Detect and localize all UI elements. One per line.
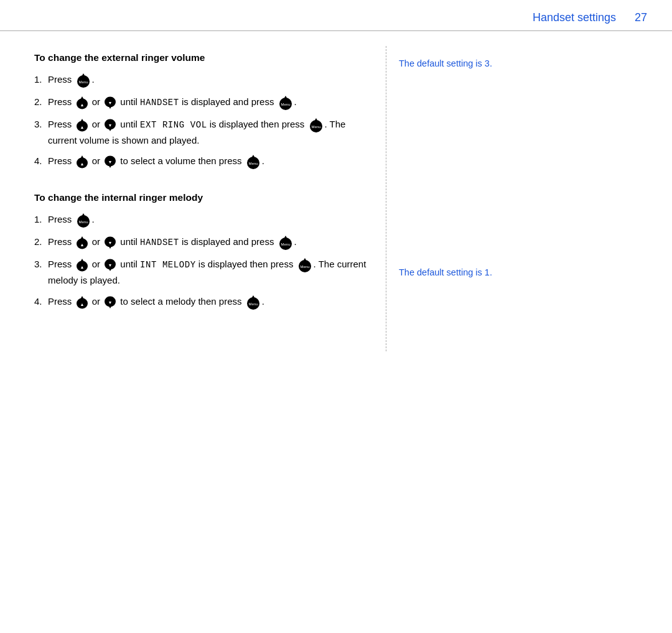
svg-marker-22: [80, 155, 85, 160]
default-note-1: The default setting is 3.: [399, 58, 653, 68]
svg-text:▼: ▼: [108, 123, 113, 127]
up-arrow-icon: ▲: [75, 258, 89, 272]
main-column: To change the external ringer volume 1. …: [0, 46, 386, 351]
svg-text:Menu: Menu: [78, 220, 88, 224]
step-num: 3.: [34, 257, 48, 272]
svg-text:▲: ▲: [80, 243, 84, 247]
page-header: Handset settings 27: [0, 0, 672, 31]
step-num: 1.: [34, 72, 48, 87]
svg-marker-52: [80, 296, 85, 300]
svg-text:▲: ▲: [80, 162, 84, 166]
step-2-4: 4. Press ▲ or: [34, 294, 367, 310]
down-arrow-icon: ▼: [103, 236, 117, 249]
svg-marker-58: [251, 295, 255, 298]
page-content: To change the external ringer volume 1. …: [0, 31, 672, 351]
menu-button-icon: Menu: [278, 95, 294, 111]
step-num: 2.: [34, 95, 48, 109]
step-content: Press ▲ or: [48, 154, 367, 170]
down-arrow-icon: ▼: [103, 155, 117, 169]
down-arrow-icon: ▼: [103, 258, 117, 272]
section-external-ringer-volume: To change the external ringer volume 1. …: [34, 52, 367, 170]
svg-marker-40: [284, 236, 287, 239]
svg-text:▼: ▼: [108, 101, 113, 105]
down-arrow-icon: ▼: [103, 295, 117, 309]
step-content: Press ▲ or: [48, 234, 367, 251]
svg-marker-10: [284, 96, 287, 99]
svg-text:▼: ▼: [108, 300, 113, 305]
svg-text:▼: ▼: [108, 160, 113, 164]
svg-text:▼: ▼: [108, 263, 113, 267]
section2-title: To change the internal ringer melody: [34, 192, 367, 203]
step-content: Press ▲ or: [48, 294, 367, 310]
step-content: Press ▲ or: [48, 95, 367, 111]
section-internal-ringer-melody: To change the internal ringer melody 1. …: [34, 192, 367, 310]
step-num: 2.: [34, 234, 48, 249]
svg-text:Menu: Menu: [281, 243, 290, 246]
menu-button-icon: Menu: [75, 72, 91, 88]
svg-text:Menu: Menu: [311, 125, 320, 129]
section1-title: To change the external ringer volume: [34, 52, 367, 63]
svg-text:Menu: Menu: [248, 302, 258, 306]
svg-marker-31: [82, 213, 85, 216]
step-num: 3.: [34, 117, 48, 132]
step-1-3: 3. Press ▲ or: [34, 117, 367, 147]
display-text-int-melody: INT MELODY: [140, 260, 196, 270]
step-1-4: 4. Press ▲ or: [34, 154, 367, 170]
side-section2: The default setting is 1.: [399, 267, 653, 277]
step-2-2: 2. Press ▲ or: [34, 234, 367, 251]
step-num: 4.: [34, 154, 48, 169]
section1-steps: 1. Press Menu .: [34, 72, 367, 170]
side-section1: The default setting is 3.: [399, 58, 653, 68]
svg-text:Menu: Menu: [281, 103, 290, 106]
svg-text:Menu: Menu: [248, 162, 258, 165]
step-num: 4.: [34, 294, 48, 309]
menu-button-icon: Menu: [245, 294, 261, 310]
up-arrow-icon: ▲: [75, 236, 89, 249]
step-content: Press ▲ or: [48, 117, 367, 147]
page: Handset settings 27 To change the extern…: [0, 0, 672, 633]
svg-text:▲: ▲: [80, 302, 84, 307]
svg-marker-49: [303, 258, 307, 261]
up-arrow-icon: ▲: [75, 155, 89, 169]
menu-button-icon: Menu: [278, 234, 294, 251]
svg-marker-19: [314, 118, 318, 121]
menu-button-icon: Menu: [245, 154, 261, 170]
up-arrow-icon: ▲: [75, 295, 89, 309]
down-arrow-icon: ▼: [103, 118, 117, 132]
svg-text:▲: ▲: [80, 265, 84, 269]
down-arrow-icon: ▼: [103, 96, 117, 109]
up-arrow-icon: ▲: [75, 118, 89, 132]
step-num: 1.: [34, 212, 48, 227]
svg-text:Menu: Menu: [300, 265, 309, 269]
step-1-1: 1. Press Menu .: [34, 72, 367, 88]
svg-marker-34: [80, 236, 85, 241]
display-text-handset: HANDSET: [140, 98, 179, 108]
svg-marker-28: [251, 155, 255, 158]
svg-marker-43: [80, 259, 85, 263]
step-1-2: 2. Press ▲ or: [34, 95, 367, 111]
header-title: Handset settings: [533, 11, 616, 24]
display-text-ext-ring-vol: EXT RING VOL: [140, 120, 207, 130]
svg-text:Menu: Menu: [78, 80, 88, 84]
svg-marker-4: [80, 96, 85, 101]
svg-text:▲: ▲: [80, 103, 84, 107]
step-content: Press Menu .: [48, 72, 367, 88]
svg-text:▲: ▲: [80, 125, 84, 129]
display-text-handset2: HANDSET: [140, 238, 179, 247]
svg-text:▼: ▼: [108, 241, 113, 245]
page-number: 27: [635, 11, 647, 24]
step-2-3: 3. Press ▲ or: [34, 257, 367, 287]
menu-button-icon: Menu: [308, 117, 324, 133]
up-arrow-icon: ▲: [75, 96, 89, 109]
svg-marker-13: [80, 119, 85, 123]
menu-button-icon: Menu: [75, 212, 91, 228]
default-note-2: The default setting is 1.: [399, 267, 653, 277]
section2-steps: 1. Press Menu .: [34, 212, 367, 310]
svg-marker-1: [82, 73, 85, 76]
menu-button-icon: Menu: [297, 257, 313, 273]
step-content: Press ▲ or: [48, 257, 367, 287]
step-2-1: 1. Press Menu .: [34, 212, 367, 228]
step-content: Press Menu .: [48, 212, 367, 228]
side-column: The default setting is 3. The default se…: [386, 46, 672, 351]
